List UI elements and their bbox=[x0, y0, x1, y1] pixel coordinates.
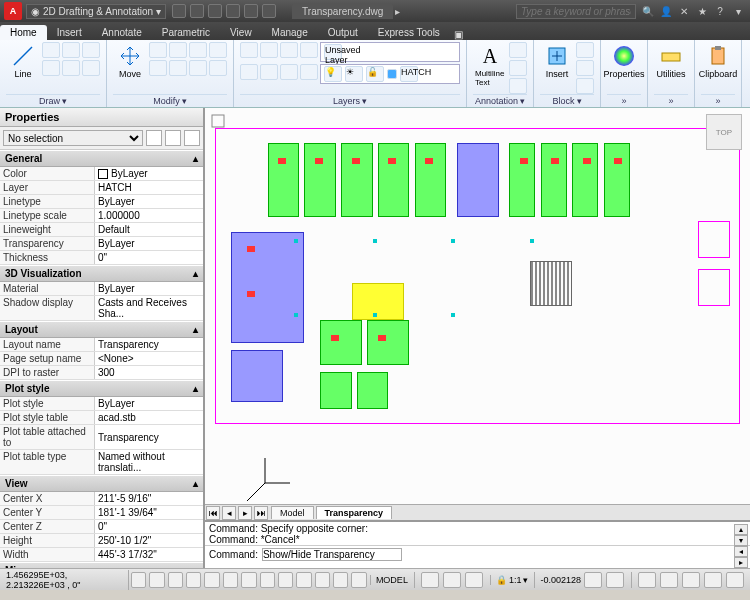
tab-view[interactable]: View bbox=[220, 25, 262, 40]
prop-row[interactable]: Thickness0" bbox=[0, 251, 203, 265]
signin-icon[interactable]: 👤 bbox=[658, 3, 674, 19]
scroll-up-icon[interactable]: ▴ bbox=[734, 524, 748, 535]
clipboard-button[interactable]: Clipboard bbox=[701, 42, 735, 81]
prop-value[interactable]: <None> bbox=[95, 352, 203, 365]
snap-toggle[interactable] bbox=[131, 572, 146, 588]
layerlock-icon[interactable] bbox=[300, 42, 318, 58]
prop-value[interactable]: 300 bbox=[95, 366, 203, 379]
prop-row[interactable]: Plot table attached toTransparency bbox=[0, 425, 203, 450]
chevron-down-icon[interactable]: ▾ bbox=[577, 96, 582, 106]
prop-value[interactable]: 0" bbox=[95, 520, 203, 533]
polyline-icon[interactable] bbox=[42, 42, 60, 58]
prop-value[interactable]: ByLayer bbox=[95, 195, 203, 208]
prop-row[interactable]: Plot table typeNamed without translati..… bbox=[0, 450, 203, 475]
grid-toggle[interactable] bbox=[149, 572, 164, 588]
layerprop-icon[interactable] bbox=[240, 42, 258, 58]
prop-value[interactable]: 250'-10 1/2" bbox=[95, 534, 203, 547]
move-button[interactable]: Move bbox=[113, 42, 147, 81]
edit-block-icon[interactable] bbox=[576, 60, 594, 76]
prop-row[interactable]: Height250'-10 1/2" bbox=[0, 534, 203, 548]
prop-value[interactable]: 445'-3 17/32" bbox=[95, 548, 203, 561]
tab-home[interactable]: Home bbox=[0, 25, 47, 40]
prop-row[interactable]: LayerHATCH bbox=[0, 181, 203, 195]
scale-icon[interactable] bbox=[169, 60, 187, 76]
tab-express[interactable]: Express Tools bbox=[368, 25, 450, 40]
command-input[interactable] bbox=[262, 548, 402, 561]
selectobj-icon[interactable] bbox=[184, 130, 200, 146]
nav-wheel-icon[interactable] bbox=[211, 114, 225, 128]
chevron-down-icon[interactable]: ▾ bbox=[520, 96, 525, 106]
qat-save-icon[interactable] bbox=[208, 4, 222, 18]
trim-icon[interactable] bbox=[189, 42, 207, 58]
prop-value[interactable]: 0" bbox=[95, 251, 203, 264]
table-icon[interactable] bbox=[509, 78, 527, 94]
attr-icon[interactable] bbox=[576, 78, 594, 94]
ellipse-icon[interactable] bbox=[62, 60, 80, 76]
selection-dropdown[interactable]: No selection bbox=[3, 130, 143, 146]
dim-icon[interactable] bbox=[509, 42, 527, 58]
prop-row[interactable]: MaterialByLayer bbox=[0, 282, 203, 296]
lock-ui-icon[interactable] bbox=[660, 572, 678, 588]
qat-print-icon[interactable] bbox=[262, 4, 276, 18]
quickview-drawings-icon[interactable] bbox=[443, 572, 461, 588]
sc-toggle[interactable] bbox=[351, 572, 366, 588]
qat-redo-icon[interactable] bbox=[244, 4, 258, 18]
tab-last-icon[interactable]: ⏭ bbox=[254, 506, 268, 520]
clean-screen-icon[interactable] bbox=[726, 572, 744, 588]
layerfreeze-icon[interactable] bbox=[280, 42, 298, 58]
layout-tab[interactable]: Transparency bbox=[316, 506, 393, 519]
favorite-icon[interactable]: ★ bbox=[694, 3, 710, 19]
prop-group-header[interactable]: Misc▴ bbox=[0, 562, 203, 568]
status-angle[interactable]: -0.002128 bbox=[534, 572, 630, 588]
prop-group-header[interactable]: General▴ bbox=[0, 150, 203, 167]
annot-vis-icon[interactable] bbox=[584, 572, 602, 588]
pickadd-icon[interactable] bbox=[165, 130, 181, 146]
prop-value[interactable]: ByLayer bbox=[95, 167, 203, 180]
layerprev-icon[interactable] bbox=[260, 64, 278, 80]
tab-next-icon[interactable]: ▸ bbox=[238, 506, 252, 520]
fillet-icon[interactable] bbox=[189, 60, 207, 76]
3dosnap-toggle[interactable] bbox=[223, 572, 238, 588]
annotation-scale[interactable]: 🔒 1:1▾ bbox=[490, 575, 534, 585]
scroll-right-icon[interactable]: ▸ bbox=[734, 557, 748, 568]
prop-group-header[interactable]: 3D Visualization▴ bbox=[0, 265, 203, 282]
tab-expand-icon[interactable]: ▣ bbox=[454, 29, 463, 40]
prop-group-header[interactable]: Plot style▴ bbox=[0, 380, 203, 397]
prop-value[interactable]: Transparency bbox=[95, 338, 203, 351]
array-icon[interactable] bbox=[209, 60, 227, 76]
app-icon[interactable]: A bbox=[4, 2, 22, 20]
chevron-down-icon[interactable]: ▾ bbox=[182, 96, 187, 106]
circle-icon[interactable] bbox=[62, 42, 80, 58]
prop-value[interactable]: HATCH bbox=[95, 181, 203, 194]
viewcube[interactable]: TOP bbox=[706, 114, 742, 150]
tpy-toggle[interactable] bbox=[315, 572, 330, 588]
coordinate-readout[interactable]: 1.456295E+03, 2.213226E+03 , 0" bbox=[0, 570, 129, 590]
prop-value[interactable]: Casts and Receives Sha... bbox=[95, 296, 203, 320]
prop-row[interactable]: Linetype scale1.000000 bbox=[0, 209, 203, 223]
scroll-left-icon[interactable]: ◂ bbox=[734, 546, 748, 557]
properties-button[interactable]: Properties bbox=[607, 42, 641, 81]
layerwalk-icon[interactable] bbox=[300, 64, 318, 80]
prop-value[interactable]: 181'-1 39/64" bbox=[95, 506, 203, 519]
osnap-toggle[interactable] bbox=[204, 572, 219, 588]
hardware-accel-icon[interactable] bbox=[682, 572, 700, 588]
tab-first-icon[interactable]: ⏮ bbox=[206, 506, 220, 520]
tab-annotate[interactable]: Annotate bbox=[92, 25, 152, 40]
help-search-input[interactable] bbox=[516, 4, 636, 19]
workspace-switch-icon[interactable] bbox=[638, 572, 656, 588]
exchange-icon[interactable]: ✕ bbox=[676, 3, 692, 19]
model-paper-toggle[interactable]: MODEL bbox=[370, 575, 413, 585]
mtext-button[interactable]: A Multiline Text bbox=[473, 42, 507, 89]
chevron-down-icon[interactable]: ▾ bbox=[62, 96, 67, 106]
qat-undo-icon[interactable] bbox=[226, 4, 240, 18]
scroll-down-icon[interactable]: ▾ bbox=[734, 535, 748, 546]
prop-value[interactable]: ByLayer bbox=[95, 282, 203, 295]
doc-tab-chevron-icon[interactable]: ▸ bbox=[395, 6, 400, 17]
prop-row[interactable]: DPI to raster300 bbox=[0, 366, 203, 380]
quickselect-icon[interactable] bbox=[146, 130, 162, 146]
maximize-vp-icon[interactable] bbox=[465, 572, 483, 588]
qp-toggle[interactable] bbox=[333, 572, 348, 588]
prop-group-header[interactable]: Layout▴ bbox=[0, 321, 203, 338]
prop-row[interactable]: LineweightDefault bbox=[0, 223, 203, 237]
hatch-icon[interactable] bbox=[82, 60, 100, 76]
